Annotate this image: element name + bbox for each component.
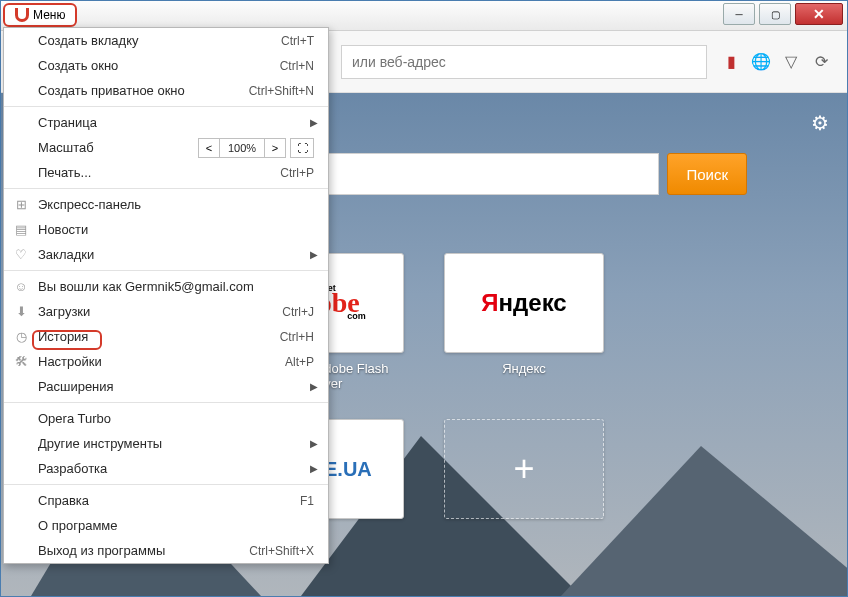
search-button[interactable]: Поиск: [667, 153, 747, 195]
chevron-right-icon: ▶: [310, 381, 318, 392]
user-icon: ☺: [13, 279, 29, 294]
toolbar-icons: ▮ 🌐 ▽ ⟳: [715, 52, 837, 72]
tile-label: Яндекс: [444, 361, 604, 376]
menu-new-private-window[interactable]: Создать приватное окноCtrl+Shift+N: [4, 78, 328, 103]
main-menu-button[interactable]: Меню: [3, 3, 77, 27]
chevron-right-icon: ▶: [310, 463, 318, 474]
menu-news[interactable]: ▤Новости: [4, 217, 328, 242]
menu-zoom[interactable]: Масштаб < 100% > ⛶: [4, 135, 328, 160]
bookmark-icon[interactable]: ▮: [721, 52, 741, 72]
shield-icon[interactable]: ▽: [781, 52, 801, 72]
menu-speed-dial[interactable]: ⊞Экспресс-панель: [4, 192, 328, 217]
news-icon: ▤: [13, 222, 29, 237]
main-menu-dropdown: Создать вкладкуCtrl+T Создать окноCtrl+N…: [3, 27, 329, 564]
tile-yandex[interactable]: Яндекс Яндекс: [444, 253, 604, 391]
plus-icon[interactable]: +: [444, 419, 604, 519]
refresh-icon[interactable]: ⟳: [811, 52, 831, 72]
menu-page[interactable]: Страница▶: [4, 110, 328, 135]
menu-turbo[interactable]: Opera Turbo: [4, 406, 328, 431]
zoom-in-button[interactable]: >: [264, 138, 286, 158]
globe-icon[interactable]: 🌐: [751, 52, 771, 72]
zoom-out-button[interactable]: <: [198, 138, 220, 158]
zoom-value: 100%: [220, 138, 264, 158]
close-button[interactable]: ✕: [795, 3, 843, 25]
heart-icon: ♡: [13, 247, 29, 262]
fullscreen-button[interactable]: ⛶: [290, 138, 314, 158]
wrench-icon: 🛠: [13, 354, 29, 369]
minimize-button[interactable]: ─: [723, 3, 755, 25]
chevron-right-icon: ▶: [310, 438, 318, 449]
tile-add[interactable]: +: [444, 419, 604, 527]
download-icon: ⬇: [13, 304, 29, 319]
chevron-right-icon: ▶: [310, 117, 318, 128]
menu-print[interactable]: Печать...Ctrl+P: [4, 160, 328, 185]
menu-other-tools[interactable]: Другие инструменты▶: [4, 431, 328, 456]
address-bar[interactable]: [341, 45, 707, 79]
gear-icon[interactable]: ⚙: [811, 111, 829, 135]
menu-new-window[interactable]: Создать окноCtrl+N: [4, 53, 328, 78]
chevron-right-icon: ▶: [310, 249, 318, 260]
menu-help[interactable]: СправкаF1: [4, 488, 328, 513]
menu-settings[interactable]: 🛠НастройкиAlt+P: [4, 349, 328, 374]
clock-icon: ◷: [13, 329, 29, 344]
menu-history[interactable]: ◷ИсторияCtrl+H: [4, 324, 328, 349]
menu-exit[interactable]: Выход из программыCtrl+Shift+X: [4, 538, 328, 563]
menu-new-tab[interactable]: Создать вкладкуCtrl+T: [4, 28, 328, 53]
address-input[interactable]: [341, 45, 707, 79]
menu-signed-in[interactable]: ☺Вы вошли как Germnik5@gmail.com: [4, 274, 328, 299]
opera-icon: [15, 8, 29, 22]
zoom-control: < 100% > ⛶: [198, 138, 314, 158]
maximize-button[interactable]: ▢: [759, 3, 791, 25]
menu-bookmarks[interactable]: ♡Закладки▶: [4, 242, 328, 267]
menu-downloads[interactable]: ⬇ЗагрузкиCtrl+J: [4, 299, 328, 324]
menu-about[interactable]: О программе: [4, 513, 328, 538]
menu-extensions[interactable]: Расширения▶: [4, 374, 328, 399]
menu-developer[interactable]: Разработка▶: [4, 456, 328, 481]
grid-icon: ⊞: [13, 197, 29, 212]
main-menu-label: Меню: [33, 8, 65, 22]
